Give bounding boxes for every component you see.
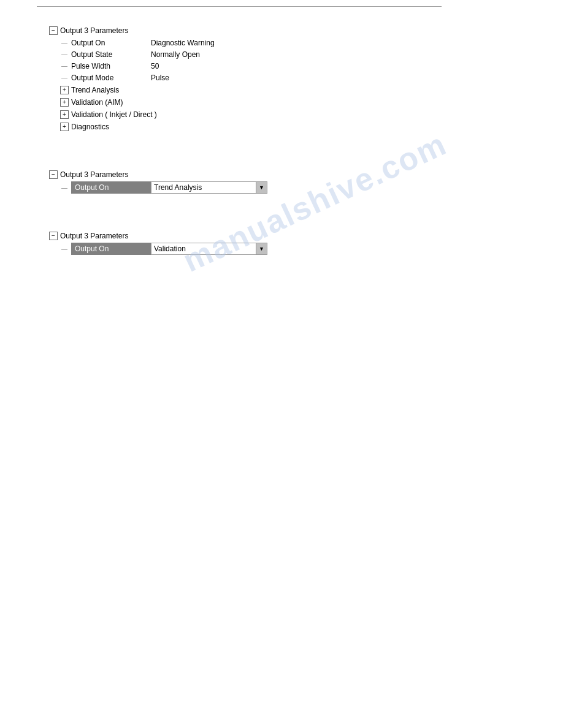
section1-validation-inkjet-row[interactable]: Validation ( Inkjet / Direct ) [60, 109, 563, 120]
section3-dropdown-value: Validation [151, 245, 256, 253]
section2-dropdown-arrow-icon[interactable]: ▼ [256, 182, 267, 193]
section2-collapse-icon[interactable] [49, 170, 58, 179]
section1-trend-analysis-row[interactable]: Trend Analysis [60, 85, 563, 96]
section1-output-state-label: Output State [71, 49, 145, 60]
section1-output-state-value: Normally Open [151, 49, 200, 60]
watermark: manualshive.com [177, 125, 452, 279]
section2-dropdown[interactable]: Trend Analysis ▼ [151, 181, 267, 194]
tree-dash-2: — [60, 49, 69, 60]
section1-validation-aim-row[interactable]: Validation (AIM) [60, 97, 563, 108]
section2-tree-dash: — [60, 184, 69, 191]
section3-root: Output 3 Parameters [49, 230, 563, 241]
section3-dropdown[interactable]: Validation ▼ [151, 243, 267, 255]
section3-children: — Output On Validation ▼ [60, 243, 563, 255]
section1-children: — Output On Diagnostic Warning — Output … [60, 37, 563, 132]
tree-dash-3: — [60, 61, 69, 72]
section3-output-on-row: — Output On Validation ▼ [60, 243, 563, 255]
section3-collapse-icon[interactable] [49, 232, 58, 240]
validation-inkjet-expand-icon[interactable] [60, 110, 69, 119]
section1: Output 3 Parameters — Output On Diagnost… [49, 25, 563, 132]
section1-output-mode-row: — Output Mode Pulse [60, 72, 563, 83]
section1-pulse-width-row: — Pulse Width 50 [60, 61, 563, 72]
section3-dropdown-arrow-icon[interactable]: ▼ [256, 243, 267, 254]
trend-analysis-expand-icon[interactable] [60, 86, 69, 94]
section1-output-mode-value: Pulse [151, 72, 169, 83]
section1-output-state-row: — Output State Normally Open [60, 49, 563, 60]
section1-diagnostics-row[interactable]: Diagnostics [60, 121, 563, 132]
section1-pulse-width-value: 50 [151, 61, 159, 72]
section2-dropdown-value: Trend Analysis [151, 183, 256, 192]
section2-children: — Output On Trend Analysis ▼ [60, 181, 563, 194]
tree-dash-1: — [60, 37, 69, 48]
section1-trend-analysis-label: Trend Analysis [71, 85, 119, 96]
section2-title: Output 3 Parameters [60, 169, 128, 180]
section1-output-on-value: Diagnostic Warning [151, 37, 215, 48]
section1-title: Output 3 Parameters [60, 25, 128, 36]
section1-collapse-icon[interactable] [49, 26, 58, 35]
tree-dash-4: — [60, 72, 69, 83]
section3: Output 3 Parameters — Output On Validati… [49, 230, 563, 255]
section1-root: Output 3 Parameters [49, 25, 563, 36]
section3-tree-dash: — [60, 246, 69, 252]
section1-diagnostics-label: Diagnostics [71, 121, 109, 132]
section2-output-on-row: — Output On Trend Analysis ▼ [60, 181, 563, 194]
section2: Output 3 Parameters — Output On Trend An… [49, 169, 563, 194]
section1-validation-inkjet-label: Validation ( Inkjet / Direct ) [71, 109, 157, 120]
section1-output-on-label: Output On [71, 37, 145, 48]
section2-output-on-label: Output On [71, 181, 151, 194]
section1-validation-aim-label: Validation (AIM) [71, 97, 123, 108]
section1-pulse-width-label: Pulse Width [71, 61, 145, 72]
validation-aim-expand-icon[interactable] [60, 98, 69, 107]
section3-output-on-label: Output On [71, 243, 151, 255]
diagnostics-expand-icon[interactable] [60, 123, 69, 131]
top-border [37, 6, 442, 7]
section1-output-mode-label: Output Mode [71, 72, 145, 83]
section3-title: Output 3 Parameters [60, 230, 128, 241]
section2-root: Output 3 Parameters [49, 169, 563, 180]
section1-output-on-row: — Output On Diagnostic Warning [60, 37, 563, 48]
